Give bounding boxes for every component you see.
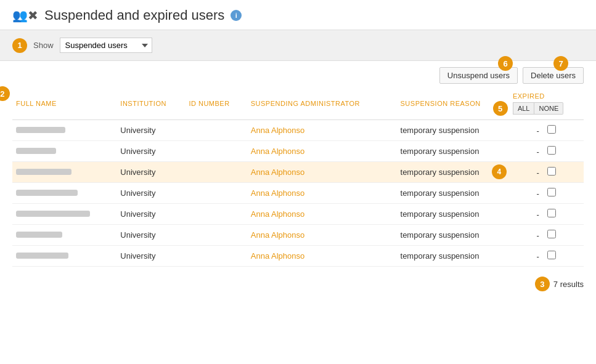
cell-name [12, 120, 116, 141]
cell-admin: Anna Alphonso [247, 246, 397, 267]
info-icon[interactable]: i [231, 10, 242, 21]
cell-admin: Anna Alphonso [247, 204, 397, 225]
cell-institution: University [116, 204, 185, 225]
cell-expired: - [509, 246, 584, 267]
cell-name [12, 204, 116, 225]
cell-reason: temporary suspension [397, 225, 509, 246]
row-checkbox[interactable] [547, 125, 556, 134]
cell-expired: - [509, 225, 584, 246]
cell-expired: - 4 [509, 162, 584, 183]
cell-id [185, 162, 247, 183]
badge-3: 3 [535, 277, 550, 291]
col-header-full-name: 2 FULL NAME [12, 87, 116, 120]
cell-institution: University [116, 183, 185, 204]
cell-expired: - [509, 120, 584, 141]
select-all-button[interactable]: ALL [513, 102, 535, 115]
main-content: 6 7 Unsuspend users Delete users 2 FULL … [0, 61, 596, 304]
badge-2: 2 [0, 86, 10, 101]
badge-7: 7 [553, 56, 568, 71]
cell-id [185, 204, 247, 225]
table-row: University Anna Alphonso temporary suspe… [12, 120, 584, 141]
cell-institution: University [116, 120, 185, 141]
cell-expired: - [509, 183, 584, 204]
page-title: Suspended and expired users [44, 7, 224, 23]
cell-admin: Anna Alphonso [247, 120, 397, 141]
badge-4: 4 [492, 164, 507, 179]
cell-expired: - [509, 141, 584, 162]
delete-button[interactable]: Delete users [523, 67, 584, 84]
cell-name [12, 225, 116, 246]
cell-reason: temporary suspension [397, 141, 509, 162]
results-row: 3 7 results [12, 277, 584, 291]
row-checkbox[interactable] [547, 188, 556, 196]
select-none-button[interactable]: NONE [534, 102, 563, 115]
cell-name [12, 162, 116, 183]
table-row: University Anna Alphonso temporary suspe… [12, 204, 584, 225]
col-header-suspension-reason: SUSPENSION REASON [397, 87, 509, 120]
table-row: University Anna Alphonso temporary suspe… [12, 225, 584, 246]
show-label: Show [33, 41, 54, 50]
badge-5: 5 [493, 101, 508, 116]
cell-id [185, 141, 247, 162]
col-header-expired: EXPIRED 5 ALL NONE [509, 87, 584, 120]
badge-1: 1 [12, 38, 27, 53]
actions-row: 6 7 Unsuspend users Delete users [12, 67, 584, 84]
cell-id [185, 225, 247, 246]
table-row: University Anna Alphonso temporary suspe… [12, 246, 584, 267]
table-header-row: 2 FULL NAME INSTITUTION ID NUMBER SUSPEN… [12, 87, 584, 120]
row-checkbox[interactable] [547, 146, 556, 155]
results-count: 7 results [553, 280, 584, 289]
row-checkbox[interactable] [547, 209, 556, 217]
row-checkbox[interactable] [547, 230, 556, 238]
cell-expired: - [509, 204, 584, 225]
cell-institution: University [116, 246, 185, 267]
table-container: 2 FULL NAME INSTITUTION ID NUMBER SUSPEN… [12, 87, 584, 267]
cell-name [12, 246, 116, 267]
col-header-institution: INSTITUTION [116, 87, 185, 120]
table-body: University Anna Alphonso temporary suspe… [12, 120, 584, 267]
cell-name [12, 183, 116, 204]
users-table: 2 FULL NAME INSTITUTION ID NUMBER SUSPEN… [12, 87, 584, 267]
users-suspended-icon: 👥✖ [12, 8, 38, 23]
row-checkbox[interactable] [547, 251, 556, 259]
badge-6: 6 [498, 56, 513, 71]
table-row: University Anna Alphonso temporary suspe… [12, 183, 584, 204]
show-dropdown[interactable]: Suspended users Expired users All [60, 38, 152, 53]
table-row: University Anna Alphonso temporary suspe… [12, 162, 584, 183]
cell-admin: Anna Alphonso [247, 183, 397, 204]
cell-institution: University [116, 162, 185, 183]
cell-id [185, 246, 247, 267]
row-checkbox[interactable] [547, 167, 556, 176]
col-header-id-number: ID NUMBER [185, 87, 247, 120]
cell-reason: temporary suspension [397, 246, 509, 267]
cell-reason: temporary suspension [397, 183, 509, 204]
cell-id [185, 183, 247, 204]
table-row: University Anna Alphonso temporary suspe… [12, 141, 584, 162]
cell-admin: Anna Alphonso [247, 162, 397, 183]
cell-admin: Anna Alphonso [247, 225, 397, 246]
cell-institution: University [116, 225, 185, 246]
cell-name [12, 141, 116, 162]
col-header-suspending-admin: SUSPENDING ADMINISTRATOR [247, 87, 397, 120]
cell-reason: temporary suspension [397, 120, 509, 141]
cell-admin: Anna Alphonso [247, 141, 397, 162]
page-header: 👥✖ Suspended and expired users i [0, 0, 596, 30]
cell-institution: University [116, 141, 185, 162]
cell-id [185, 120, 247, 141]
cell-reason: temporary suspension [397, 204, 509, 225]
